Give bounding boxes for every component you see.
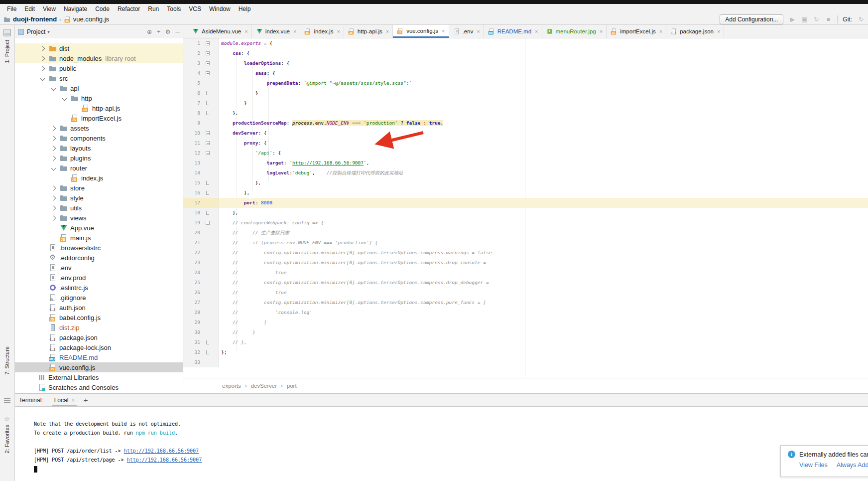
editor-tab-http-api-js[interactable]: http-api.js×	[344, 25, 393, 38]
code-line-10[interactable]: 10 devServer: {	[183, 128, 868, 138]
fold-end-icon[interactable]	[206, 101, 209, 105]
breadcrumb-devserver[interactable]: devServer	[251, 383, 277, 389]
code-line-19[interactable]: 19 // configureWebpack: config => {	[183, 218, 868, 228]
fold-end-icon[interactable]	[206, 91, 209, 95]
breadcrumb-file[interactable]: vue.config.js	[73, 15, 109, 23]
stripe-project-button[interactable]: 1: Project	[4, 40, 10, 63]
terminal-tab-local[interactable]: Local ×	[52, 394, 77, 407]
close-icon[interactable]: ×	[442, 28, 445, 34]
chevron-expanded-icon[interactable]	[51, 86, 56, 91]
fold-start-icon[interactable]	[206, 131, 210, 135]
fold-start-icon[interactable]	[206, 141, 210, 145]
code-line-16[interactable]: 16 },	[183, 188, 868, 198]
menu-file[interactable]: File	[3, 4, 20, 13]
editor-tab-vue-config-js[interactable]: vue.config.js×	[393, 25, 449, 38]
always-add-link[interactable]: Always Add	[837, 462, 868, 469]
view-files-link[interactable]: View Files	[799, 462, 828, 469]
chevron-collapsed-icon[interactable]	[51, 195, 56, 200]
code-line-21[interactable]: 21 // if (process.env.NODE_ENV === 'prod…	[183, 238, 868, 248]
chevron-collapsed-icon[interactable]	[51, 215, 56, 220]
breadcrumb-port[interactable]: port	[287, 383, 297, 389]
code-line-11[interactable]: 11 proxy: {	[183, 138, 868, 148]
tree-item-style[interactable]: style	[15, 193, 183, 203]
tree-item--gitignore[interactable]: .gitignore	[15, 293, 183, 303]
hide-icon[interactable]: ─	[175, 28, 180, 35]
stripe-structure-button[interactable]: 7: Structure	[4, 346, 10, 375]
tree-item-importexcel-js[interactable]: importExcel.js	[15, 113, 183, 123]
project-toolwindow-icon[interactable]	[3, 29, 11, 36]
tree-item-vue-config-js[interactable]: vue.config.js	[15, 362, 183, 372]
menu-help[interactable]: Help	[235, 4, 255, 13]
code-line-18[interactable]: 18 },	[183, 208, 868, 218]
git-update-icon[interactable]: ↻	[857, 16, 865, 23]
fold-start-icon[interactable]	[206, 151, 210, 155]
close-icon[interactable]: ×	[71, 397, 74, 403]
code-line-3[interactable]: 3 loaderOptions: {	[183, 58, 868, 68]
code-line-8[interactable]: 8 },	[183, 108, 868, 118]
code-line-23[interactable]: 23 // config.optimization.minimizer[0].o…	[183, 258, 868, 268]
fold-start-icon[interactable]	[206, 61, 210, 65]
chevron-collapsed-icon[interactable]	[51, 126, 56, 131]
tree-item-src[interactable]: src	[15, 73, 183, 83]
fold-end-icon[interactable]	[206, 191, 209, 195]
terminal-link[interactable]: http://192.168.66.56:9007	[127, 457, 202, 463]
fold-end-icon[interactable]	[206, 340, 209, 344]
code-line-24[interactable]: 24 // true	[183, 268, 868, 278]
close-icon[interactable]: ×	[293, 28, 296, 34]
chevron-expanded-icon[interactable]	[51, 165, 56, 170]
close-icon[interactable]: ×	[337, 28, 340, 34]
breadcrumb-exports[interactable]: exports	[222, 383, 241, 389]
code-line-4[interactable]: 4 sass: {	[183, 68, 868, 78]
new-terminal-button[interactable]: +	[84, 396, 88, 404]
fold-end-icon[interactable]	[206, 211, 209, 215]
run-icon[interactable]: ▶	[788, 16, 796, 23]
tree-item--eslintrc-js[interactable]: .eslintrc.js	[15, 283, 183, 293]
tree-item-assets[interactable]: assets	[15, 123, 183, 133]
menu-tools[interactable]: Tools	[163, 4, 185, 13]
code-line-22[interactable]: 22 // config.optimization.minimizer[0].o…	[183, 248, 868, 258]
tree-item-layouts[interactable]: layouts	[15, 143, 183, 153]
tree-item-node-modules[interactable]: node_moduleslibrary root	[15, 53, 183, 63]
code-editor[interactable]: 1module.exports = {2 css: {3 loaderOptio…	[183, 38, 868, 378]
close-icon[interactable]: ×	[477, 28, 480, 34]
chevron-expanded-icon[interactable]	[62, 96, 67, 101]
favorites-star-icon[interactable]: ☆	[4, 415, 10, 423]
tree-item-external-libraries[interactable]: External Libraries	[15, 372, 183, 382]
code-line-29[interactable]: 29 // ]	[183, 318, 868, 327]
fold-end-icon[interactable]	[206, 350, 209, 354]
code-line-20[interactable]: 20 // // 生产去除日志	[183, 228, 868, 238]
menu-navigate[interactable]: Navigate	[60, 4, 91, 13]
code-line-33[interactable]: 33	[183, 357, 868, 367]
tree-item-babel-config-js[interactable]: babel.config.js	[15, 313, 183, 322]
fold-start-icon[interactable]	[206, 51, 210, 55]
close-icon[interactable]: ×	[245, 28, 248, 34]
project-panel-title[interactable]: Project	[27, 28, 45, 35]
menu-code[interactable]: Code	[91, 4, 114, 13]
tree-item-plugins[interactable]: plugins	[15, 153, 183, 163]
code-line-2[interactable]: 2 css: {	[183, 48, 868, 58]
editor-tab-asidemenu-vue[interactable]: AsideMenu.vue×	[188, 25, 252, 38]
chevron-collapsed-icon[interactable]	[51, 205, 56, 210]
editor-tab-menurouter-jpg[interactable]: menuRouter.jpg×	[542, 25, 607, 38]
code-line-15[interactable]: 15 },	[183, 178, 868, 188]
code-line-28[interactable]: 28 // 'console.log'	[183, 308, 868, 318]
tree-item-views[interactable]: views	[15, 213, 183, 223]
chevron-down-icon[interactable]: ▾	[47, 29, 50, 34]
code-line-12[interactable]: 12 '/api': {	[183, 148, 868, 158]
tree-item--browserslistrc[interactable]: .browserslistrc	[15, 243, 183, 253]
code-line-30[interactable]: 30 // }	[183, 327, 868, 337]
debug-icon[interactable]: ▣	[800, 16, 808, 23]
git-widget[interactable]: Git:	[843, 16, 852, 23]
tree-item-app-vue[interactable]: App.vue	[15, 223, 183, 233]
code-line-13[interactable]: 13 target: 'http://192.168.66.56:9007',	[183, 158, 868, 168]
tree-item-dist-zip[interactable]: dist.zip	[15, 322, 183, 332]
code-line-25[interactable]: 25 // config.optimization.minimizer[0].o…	[183, 278, 868, 288]
chevron-collapsed-icon[interactable]	[51, 146, 56, 151]
tree-item-public[interactable]: public	[15, 63, 183, 73]
tree-item-dist[interactable]: dist	[15, 43, 183, 53]
menu-view[interactable]: View	[39, 4, 60, 13]
tree-item--editorconfig[interactable]: .editorconfig	[15, 253, 183, 263]
code-line-31[interactable]: 31 // },	[183, 337, 868, 347]
close-icon[interactable]: ×	[535, 28, 538, 34]
tree-item-api[interactable]: api	[15, 83, 183, 93]
